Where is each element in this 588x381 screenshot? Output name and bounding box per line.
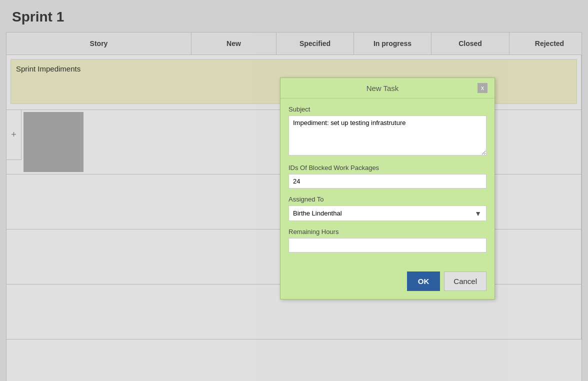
hours-field-group: Remaining Hours — [288, 228, 486, 252]
blocked-label: IDs Of Blocked Work Packages — [288, 164, 486, 172]
hours-label: Remaining Hours — [288, 228, 486, 236]
cancel-button[interactable]: Cancel — [444, 272, 486, 291]
modal-close-button[interactable]: x — [478, 83, 488, 93]
assigned-select[interactable]: Birthe Lindenthal Other User — [288, 206, 486, 221]
new-task-modal: New Task x Subject Impediment: set up te… — [280, 78, 495, 300]
modal-header: New Task x — [280, 78, 494, 98]
modal-body: Subject Impediment: set up testing infra… — [280, 98, 494, 266]
ok-button[interactable]: OK — [407, 272, 440, 291]
assigned-label: Assigned To — [288, 196, 486, 203]
modal-overlay: New Task x Subject Impediment: set up te… — [0, 0, 588, 381]
blocked-input[interactable] — [288, 174, 486, 188]
hours-input[interactable] — [288, 238, 486, 252]
subject-textarea[interactable]: Impediment: set up testing infrastruture — [288, 116, 486, 156]
modal-footer: OK Cancel — [280, 266, 494, 299]
modal-title: New Task — [288, 84, 478, 92]
subject-label: Subject — [288, 106, 486, 113]
select-wrapper: Birthe Lindenthal Other User ▼ — [288, 206, 486, 221]
subject-field-group: Subject Impediment: set up testing infra… — [288, 106, 486, 157]
blocked-field-group: IDs Of Blocked Work Packages — [288, 164, 486, 188]
assigned-field-group: Assigned To Birthe Lindenthal Other User… — [288, 196, 486, 221]
